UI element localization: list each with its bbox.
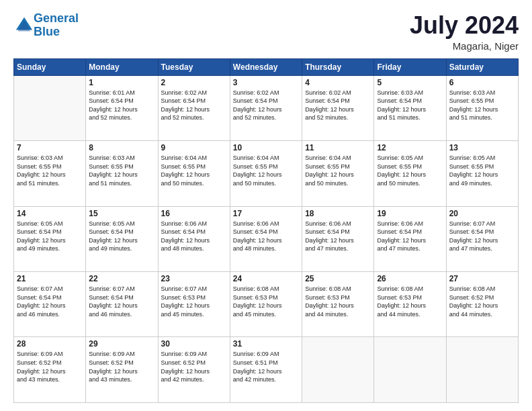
day-number: 31 <box>233 339 299 349</box>
col-sunday: Sunday <box>14 58 86 75</box>
day-number: 26 <box>377 274 443 283</box>
cell-info: Sunrise: 6:09 AM Sunset: 6:52 PM Dayligh… <box>17 350 83 383</box>
cell-info: Sunrise: 6:04 AM Sunset: 6:55 PM Dayligh… <box>161 154 227 187</box>
calendar-cell: 27Sunrise: 6:08 AM Sunset: 6:52 PM Dayli… <box>446 272 518 337</box>
cell-info: Sunrise: 6:09 AM Sunset: 6:52 PM Dayligh… <box>161 350 227 383</box>
calendar-cell: 21Sunrise: 6:07 AM Sunset: 6:54 PM Dayli… <box>14 272 86 337</box>
calendar-cell: 2Sunrise: 6:02 AM Sunset: 6:54 PM Daylig… <box>158 75 230 140</box>
cell-info: Sunrise: 6:04 AM Sunset: 6:55 PM Dayligh… <box>305 154 371 187</box>
day-number: 7 <box>17 143 83 152</box>
month-year: July 2024 <box>410 12 519 39</box>
day-number: 27 <box>449 274 515 283</box>
cell-info: Sunrise: 6:05 AM Sunset: 6:55 PM Dayligh… <box>449 154 515 187</box>
day-number: 28 <box>17 339 83 349</box>
day-number: 29 <box>89 339 154 349</box>
calendar-cell: 7Sunrise: 6:03 AM Sunset: 6:55 PM Daylig… <box>14 141 86 206</box>
calendar-cell: 19Sunrise: 6:06 AM Sunset: 6:54 PM Dayli… <box>374 206 446 271</box>
calendar-cell <box>302 337 374 403</box>
calendar-cell: 30Sunrise: 6:09 AM Sunset: 6:52 PM Dayli… <box>158 337 230 403</box>
cell-info: Sunrise: 6:05 AM Sunset: 6:54 PM Dayligh… <box>89 220 154 253</box>
day-number: 5 <box>377 78 443 87</box>
calendar-cell: 29Sunrise: 6:09 AM Sunset: 6:52 PM Dayli… <box>86 337 158 403</box>
cell-info: Sunrise: 6:07 AM Sunset: 6:54 PM Dayligh… <box>89 285 154 318</box>
cell-info: Sunrise: 6:06 AM Sunset: 6:54 PM Dayligh… <box>161 220 227 253</box>
day-number: 20 <box>449 209 515 218</box>
cell-info: Sunrise: 6:07 AM Sunset: 6:53 PM Dayligh… <box>161 285 227 318</box>
day-number: 22 <box>89 274 154 283</box>
calendar-cell: 9Sunrise: 6:04 AM Sunset: 6:55 PM Daylig… <box>158 141 230 206</box>
calendar-week-4: 21Sunrise: 6:07 AM Sunset: 6:54 PM Dayli… <box>14 272 519 337</box>
calendar-cell: 1Sunrise: 6:01 AM Sunset: 6:54 PM Daylig… <box>86 75 158 140</box>
calendar-header-row: Sunday Monday Tuesday Wednesday Thursday… <box>14 58 519 75</box>
calendar-cell: 8Sunrise: 6:03 AM Sunset: 6:55 PM Daylig… <box>86 141 158 206</box>
cell-info: Sunrise: 6:08 AM Sunset: 6:53 PM Dayligh… <box>233 285 299 318</box>
calendar-cell <box>14 75 86 140</box>
day-number: 14 <box>17 209 83 218</box>
cell-info: Sunrise: 6:03 AM Sunset: 6:55 PM Dayligh… <box>89 154 154 187</box>
cell-info: Sunrise: 6:06 AM Sunset: 6:54 PM Dayligh… <box>377 220 443 253</box>
logo-general: General <box>34 11 79 25</box>
calendar-cell: 25Sunrise: 6:08 AM Sunset: 6:53 PM Dayli… <box>302 272 374 337</box>
calendar-cell: 16Sunrise: 6:06 AM Sunset: 6:54 PM Dayli… <box>158 206 230 271</box>
calendar-cell: 24Sunrise: 6:08 AM Sunset: 6:53 PM Dayli… <box>230 272 302 337</box>
header: General Blue July 2024 Magaria, Niger <box>13 12 519 52</box>
calendar-cell: 17Sunrise: 6:06 AM Sunset: 6:54 PM Dayli… <box>230 206 302 271</box>
calendar-cell: 12Sunrise: 6:05 AM Sunset: 6:55 PM Dayli… <box>374 141 446 206</box>
cell-info: Sunrise: 6:04 AM Sunset: 6:55 PM Dayligh… <box>233 154 299 187</box>
col-wednesday: Wednesday <box>230 58 302 75</box>
day-number: 2 <box>161 78 227 87</box>
day-number: 10 <box>233 143 299 152</box>
cell-info: Sunrise: 6:09 AM Sunset: 6:52 PM Dayligh… <box>89 350 154 383</box>
col-monday: Monday <box>86 58 158 75</box>
calendar-cell <box>374 337 446 403</box>
day-number: 21 <box>17 274 83 283</box>
cell-info: Sunrise: 6:08 AM Sunset: 6:52 PM Dayligh… <box>449 285 515 318</box>
calendar-table: Sunday Monday Tuesday Wednesday Thursday… <box>13 58 519 403</box>
calendar-cell: 4Sunrise: 6:02 AM Sunset: 6:54 PM Daylig… <box>302 75 374 140</box>
cell-info: Sunrise: 6:02 AM Sunset: 6:54 PM Dayligh… <box>161 89 227 122</box>
calendar-cell <box>446 337 518 403</box>
calendar-cell: 10Sunrise: 6:04 AM Sunset: 6:55 PM Dayli… <box>230 141 302 206</box>
calendar-cell: 26Sunrise: 6:08 AM Sunset: 6:53 PM Dayli… <box>374 272 446 337</box>
calendar-cell: 13Sunrise: 6:05 AM Sunset: 6:55 PM Dayli… <box>446 141 518 206</box>
location: Magaria, Niger <box>410 40 519 52</box>
day-number: 17 <box>233 209 299 218</box>
cell-info: Sunrise: 6:03 AM Sunset: 6:55 PM Dayligh… <box>449 89 515 122</box>
calendar-cell: 14Sunrise: 6:05 AM Sunset: 6:54 PM Dayli… <box>14 206 86 271</box>
calendar-week-1: 1Sunrise: 6:01 AM Sunset: 6:54 PM Daylig… <box>14 75 519 140</box>
calendar-cell: 20Sunrise: 6:07 AM Sunset: 6:54 PM Dayli… <box>446 206 518 271</box>
calendar-cell: 15Sunrise: 6:05 AM Sunset: 6:54 PM Dayli… <box>86 206 158 271</box>
calendar-cell: 18Sunrise: 6:06 AM Sunset: 6:54 PM Dayli… <box>302 206 374 271</box>
day-number: 25 <box>305 274 371 283</box>
col-thursday: Thursday <box>302 58 374 75</box>
calendar-week-5: 28Sunrise: 6:09 AM Sunset: 6:52 PM Dayli… <box>14 337 519 403</box>
col-saturday: Saturday <box>446 58 518 75</box>
cell-info: Sunrise: 6:03 AM Sunset: 6:55 PM Dayligh… <box>17 154 83 187</box>
day-number: 8 <box>89 143 154 152</box>
calendar-cell: 11Sunrise: 6:04 AM Sunset: 6:55 PM Dayli… <box>302 141 374 206</box>
calendar-cell: 23Sunrise: 6:07 AM Sunset: 6:53 PM Dayli… <box>158 272 230 337</box>
cell-info: Sunrise: 6:07 AM Sunset: 6:54 PM Dayligh… <box>449 220 515 253</box>
cell-info: Sunrise: 6:02 AM Sunset: 6:54 PM Dayligh… <box>305 89 371 122</box>
col-friday: Friday <box>374 58 446 75</box>
calendar-week-3: 14Sunrise: 6:05 AM Sunset: 6:54 PM Dayli… <box>14 206 519 271</box>
cell-info: Sunrise: 6:03 AM Sunset: 6:54 PM Dayligh… <box>377 89 443 122</box>
day-number: 3 <box>233 78 299 87</box>
cell-info: Sunrise: 6:06 AM Sunset: 6:54 PM Dayligh… <box>305 220 371 253</box>
cell-info: Sunrise: 6:02 AM Sunset: 6:54 PM Dayligh… <box>233 89 299 122</box>
logo-text: General Blue <box>34 12 79 39</box>
day-number: 18 <box>305 209 371 218</box>
col-tuesday: Tuesday <box>158 58 230 75</box>
day-number: 24 <box>233 274 299 283</box>
day-number: 16 <box>161 209 227 218</box>
cell-info: Sunrise: 6:01 AM Sunset: 6:54 PM Dayligh… <box>89 89 154 122</box>
cell-info: Sunrise: 6:08 AM Sunset: 6:53 PM Dayligh… <box>377 285 443 318</box>
day-number: 12 <box>377 143 443 152</box>
calendar-week-2: 7Sunrise: 6:03 AM Sunset: 6:55 PM Daylig… <box>14 141 519 206</box>
calendar-cell: 22Sunrise: 6:07 AM Sunset: 6:54 PM Dayli… <box>86 272 158 337</box>
cell-info: Sunrise: 6:05 AM Sunset: 6:54 PM Dayligh… <box>17 220 83 253</box>
calendar-cell: 5Sunrise: 6:03 AM Sunset: 6:54 PM Daylig… <box>374 75 446 140</box>
logo-blue: Blue <box>34 25 60 38</box>
calendar-cell: 3Sunrise: 6:02 AM Sunset: 6:54 PM Daylig… <box>230 75 302 140</box>
cell-info: Sunrise: 6:09 AM Sunset: 6:51 PM Dayligh… <box>233 350 299 383</box>
